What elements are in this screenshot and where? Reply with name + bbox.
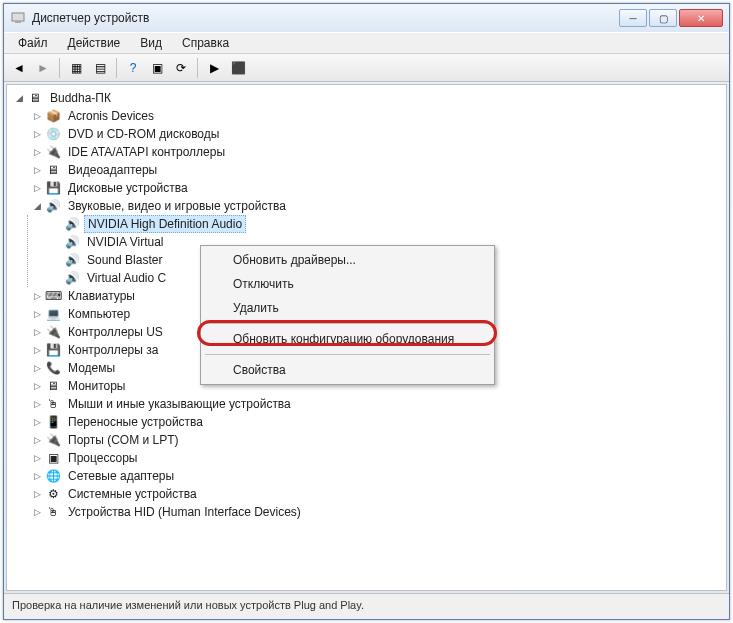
ctx-properties[interactable]: Свойства: [203, 358, 492, 382]
window-buttons: ─ ▢ ✕: [619, 9, 723, 27]
category-node[interactable]: ▷ 💿 DVD и CD-ROM дисководы: [27, 125, 724, 143]
close-button[interactable]: ✕: [679, 9, 723, 27]
category-node[interactable]: ▷ 🔌 IDE ATA/ATAPI контроллеры: [27, 143, 724, 161]
expand-icon[interactable]: ◢: [31, 200, 43, 212]
expand-icon[interactable]: ▷: [31, 506, 43, 518]
device-category-icon: 🔊: [45, 198, 61, 214]
category-node[interactable]: ▷ 📱 Переносные устройства: [27, 413, 724, 431]
separator: [205, 354, 490, 355]
device-category-icon: 🖱: [45, 504, 61, 520]
expand-icon[interactable]: ▷: [31, 452, 43, 464]
category-label: Acronis Devices: [65, 108, 157, 124]
device-label: Sound Blaster: [84, 252, 165, 268]
category-label: Мыши и иные указывающие устройства: [65, 396, 294, 412]
menu-action[interactable]: Действие: [58, 33, 131, 53]
device-category-icon: 🔌: [45, 432, 61, 448]
category-label: Порты (COM и LPT): [65, 432, 182, 448]
action-button[interactable]: ▣: [146, 57, 168, 79]
expand-icon[interactable]: ▷: [31, 128, 43, 140]
ctx-disable[interactable]: Отключить: [203, 272, 492, 296]
expand-icon[interactable]: ▷: [31, 182, 43, 194]
menu-help[interactable]: Справка: [172, 33, 239, 53]
separator: [59, 58, 60, 78]
expand-icon[interactable]: ▷: [31, 164, 43, 176]
expand-icon[interactable]: ▷: [31, 398, 43, 410]
expand-icon[interactable]: ▷: [31, 344, 43, 356]
expand-icon[interactable]: ▷: [31, 434, 43, 446]
device-category-icon: ⚙: [45, 486, 61, 502]
category-node[interactable]: ◢ 🔊 Звуковые, видео и игровые устройства: [27, 197, 724, 215]
expand-icon[interactable]: ▷: [31, 416, 43, 428]
category-label: Модемы: [65, 360, 118, 376]
ctx-update-drivers[interactable]: Обновить драйверы...: [203, 248, 492, 272]
category-node[interactable]: ▷ 🖥 Видеоадаптеры: [27, 161, 724, 179]
category-node[interactable]: ▷ 📦 Acronis Devices: [27, 107, 724, 125]
category-label: Компьютер: [65, 306, 133, 322]
category-node[interactable]: ▷ ▣ Процессоры: [27, 449, 724, 467]
category-label: Звуковые, видео и игровые устройства: [65, 198, 289, 214]
category-label: IDE ATA/ATAPI контроллеры: [65, 144, 228, 160]
expand-icon[interactable]: ▷: [31, 470, 43, 482]
device-category-icon: 📱: [45, 414, 61, 430]
expand-icon[interactable]: ▷: [31, 326, 43, 338]
category-node[interactable]: ▷ 🖱 Мыши и иные указывающие устройства: [27, 395, 724, 413]
device-category-icon: 🌐: [45, 468, 61, 484]
expand-icon[interactable]: ▷: [31, 290, 43, 302]
nav-forward-button[interactable]: ►: [32, 57, 54, 79]
expand-icon[interactable]: ▷: [31, 110, 43, 122]
device-label: Virtual Audio C: [84, 270, 169, 286]
category-node[interactable]: ▷ 💾 Дисковые устройства: [27, 179, 724, 197]
expand-icon[interactable]: ▷: [31, 380, 43, 392]
expand-icon[interactable]: ▷: [31, 362, 43, 374]
ctx-scan-hardware[interactable]: Обновить конфигурацию оборудования: [203, 327, 492, 351]
category-node[interactable]: ▷ 🔌 Порты (COM и LPT): [27, 431, 724, 449]
category-node[interactable]: ▷ ⚙ Системные устройства: [27, 485, 724, 503]
category-node[interactable]: ▷ 🌐 Сетевые адаптеры: [27, 467, 724, 485]
expand-icon[interactable]: ▷: [31, 488, 43, 500]
menu-view[interactable]: Вид: [130, 33, 172, 53]
root-node[interactable]: ◢ 🖥 Buddha-ПК: [9, 89, 724, 107]
root-label: Buddha-ПК: [47, 90, 114, 106]
enable-button[interactable]: ▶: [203, 57, 225, 79]
spacer: [50, 218, 62, 230]
category-label: Контроллеры за: [65, 342, 161, 358]
show-hide-tree-button[interactable]: ▦: [65, 57, 87, 79]
app-icon: [10, 10, 26, 26]
titlebar[interactable]: Диспетчер устройств ─ ▢ ✕: [4, 4, 729, 32]
disable-button[interactable]: ⬛: [227, 57, 249, 79]
audio-device-icon: 🔊: [64, 252, 80, 268]
menubar: Файл Действие Вид Справка: [4, 32, 729, 54]
device-category-icon: 📦: [45, 108, 61, 124]
device-category-icon: 📞: [45, 360, 61, 376]
properties-button[interactable]: ▤: [89, 57, 111, 79]
audio-device-icon: 🔊: [64, 216, 80, 232]
statusbar: Проверка на наличие изменений или новых …: [4, 593, 729, 619]
device-node[interactable]: 🔊 NVIDIA High Definition Audio: [46, 215, 724, 233]
maximize-button[interactable]: ▢: [649, 9, 677, 27]
ctx-uninstall[interactable]: Удалить: [203, 296, 492, 320]
device-category-icon: 🔌: [45, 324, 61, 340]
device-category-icon: 💾: [45, 342, 61, 358]
minimize-button[interactable]: ─: [619, 9, 647, 27]
expand-icon[interactable]: ▷: [31, 308, 43, 320]
device-category-icon: ⌨: [45, 288, 61, 304]
device-category-icon: 🖱: [45, 396, 61, 412]
category-label: Сетевые адаптеры: [65, 468, 177, 484]
help-button[interactable]: ?: [122, 57, 144, 79]
device-category-icon: 💾: [45, 180, 61, 196]
category-label: Видеоадаптеры: [65, 162, 160, 178]
svg-rect-0: [12, 13, 24, 21]
svg-rect-1: [15, 21, 21, 23]
nav-back-button[interactable]: ◄: [8, 57, 30, 79]
scan-button[interactable]: ⟳: [170, 57, 192, 79]
device-category-icon: 🖥: [45, 162, 61, 178]
category-label: Мониторы: [65, 378, 128, 394]
audio-device-icon: 🔊: [64, 270, 80, 286]
category-node[interactable]: ▷ 🖱 Устройства HID (Human Interface Devi…: [27, 503, 724, 521]
expand-icon[interactable]: ▷: [31, 146, 43, 158]
category-label: Контроллеры US: [65, 324, 166, 340]
device-category-icon: 🔌: [45, 144, 61, 160]
collapse-icon[interactable]: ◢: [13, 92, 25, 104]
menu-file[interactable]: Файл: [8, 33, 58, 53]
category-label: DVD и CD-ROM дисководы: [65, 126, 222, 142]
